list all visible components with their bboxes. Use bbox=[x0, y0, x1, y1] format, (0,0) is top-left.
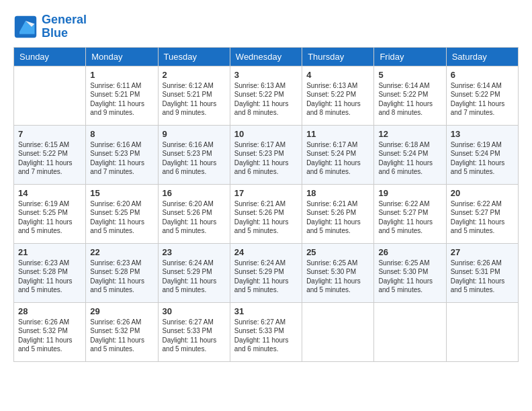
calendar-cell: 22Sunrise: 6:23 AM Sunset: 5:28 PM Dayli… bbox=[86, 243, 158, 302]
calendar-cell: 15Sunrise: 6:20 AM Sunset: 5:25 PM Dayli… bbox=[86, 184, 158, 243]
day-number: 24 bbox=[234, 247, 298, 257]
cell-info: Sunrise: 6:17 AM Sunset: 5:23 PM Dayligh… bbox=[234, 140, 298, 177]
calendar-cell: 4Sunrise: 6:13 AM Sunset: 5:22 PM Daylig… bbox=[302, 66, 374, 125]
cell-info: Sunrise: 6:18 AM Sunset: 5:24 PM Dayligh… bbox=[378, 140, 441, 177]
cell-info: Sunrise: 6:24 AM Sunset: 5:29 PM Dayligh… bbox=[234, 259, 298, 295]
day-number: 16 bbox=[163, 188, 226, 198]
day-number: 4 bbox=[306, 70, 369, 80]
day-number: 21 bbox=[18, 247, 81, 257]
day-number: 2 bbox=[163, 70, 226, 80]
day-number: 5 bbox=[378, 70, 441, 80]
cell-info: Sunrise: 6:26 AM Sunset: 5:32 PM Dayligh… bbox=[18, 318, 81, 354]
day-number: 8 bbox=[90, 129, 153, 139]
cell-info: Sunrise: 6:20 AM Sunset: 5:26 PM Dayligh… bbox=[163, 199, 226, 236]
day-number: 7 bbox=[18, 129, 81, 139]
calendar-cell: 8Sunrise: 6:16 AM Sunset: 5:23 PM Daylig… bbox=[86, 125, 158, 184]
cell-info: Sunrise: 6:11 AM Sunset: 5:21 PM Dayligh… bbox=[90, 81, 153, 118]
calendar-cell: 24Sunrise: 6:24 AM Sunset: 5:29 PM Dayli… bbox=[230, 243, 302, 302]
day-number: 20 bbox=[451, 188, 514, 198]
calendar-cell: 31Sunrise: 6:27 AM Sunset: 5:33 PM Dayli… bbox=[230, 302, 302, 361]
calendar-cell: 1Sunrise: 6:11 AM Sunset: 5:21 PM Daylig… bbox=[86, 66, 158, 125]
day-number: 13 bbox=[451, 129, 514, 139]
calendar-table: SundayMondayTuesdayWednesdayThursdayFrid… bbox=[13, 47, 519, 362]
day-number: 28 bbox=[18, 306, 81, 316]
calendar-cell: 30Sunrise: 6:27 AM Sunset: 5:33 PM Dayli… bbox=[158, 302, 230, 361]
cell-info: Sunrise: 6:15 AM Sunset: 5:22 PM Dayligh… bbox=[18, 140, 81, 177]
day-number: 27 bbox=[451, 247, 514, 257]
cell-info: Sunrise: 6:17 AM Sunset: 5:24 PM Dayligh… bbox=[306, 140, 369, 177]
calendar-cell bbox=[374, 302, 446, 361]
logo-icon bbox=[13, 15, 38, 39]
day-number: 6 bbox=[451, 70, 514, 80]
calendar-cell: 5Sunrise: 6:14 AM Sunset: 5:22 PM Daylig… bbox=[374, 66, 446, 125]
cell-info: Sunrise: 6:26 AM Sunset: 5:31 PM Dayligh… bbox=[451, 259, 514, 295]
logo: General Blue bbox=[13, 13, 87, 40]
day-number: 30 bbox=[163, 306, 226, 316]
cell-info: Sunrise: 6:16 AM Sunset: 5:23 PM Dayligh… bbox=[163, 140, 226, 177]
cell-info: Sunrise: 6:22 AM Sunset: 5:27 PM Dayligh… bbox=[378, 199, 441, 236]
cell-info: Sunrise: 6:13 AM Sunset: 5:22 PM Dayligh… bbox=[234, 81, 298, 118]
cell-info: Sunrise: 6:25 AM Sunset: 5:30 PM Dayligh… bbox=[378, 259, 441, 295]
day-number: 26 bbox=[378, 247, 441, 257]
day-header-saturday: Saturday bbox=[446, 47, 518, 66]
day-number: 19 bbox=[378, 188, 441, 198]
cell-info: Sunrise: 6:21 AM Sunset: 5:26 PM Dayligh… bbox=[234, 199, 298, 236]
day-number: 25 bbox=[306, 247, 369, 257]
calendar-cell: 10Sunrise: 6:17 AM Sunset: 5:23 PM Dayli… bbox=[230, 125, 302, 184]
page-header: General Blue bbox=[13, 13, 519, 40]
calendar-cell: 20Sunrise: 6:22 AM Sunset: 5:27 PM Dayli… bbox=[446, 184, 518, 243]
cell-info: Sunrise: 6:19 AM Sunset: 5:25 PM Dayligh… bbox=[18, 199, 81, 236]
day-number: 31 bbox=[234, 306, 298, 316]
cell-info: Sunrise: 6:16 AM Sunset: 5:23 PM Dayligh… bbox=[90, 140, 153, 177]
calendar-cell: 14Sunrise: 6:19 AM Sunset: 5:25 PM Dayli… bbox=[14, 184, 86, 243]
week-row-2: 7Sunrise: 6:15 AM Sunset: 5:22 PM Daylig… bbox=[14, 125, 519, 184]
calendar-cell: 25Sunrise: 6:25 AM Sunset: 5:30 PM Dayli… bbox=[302, 243, 374, 302]
cell-info: Sunrise: 6:22 AM Sunset: 5:27 PM Dayligh… bbox=[451, 199, 514, 236]
calendar-cell bbox=[302, 302, 374, 361]
day-number: 9 bbox=[163, 129, 226, 139]
calendar-cell: 12Sunrise: 6:18 AM Sunset: 5:24 PM Dayli… bbox=[374, 125, 446, 184]
week-row-5: 28Sunrise: 6:26 AM Sunset: 5:32 PM Dayli… bbox=[14, 302, 519, 361]
calendar-cell: 26Sunrise: 6:25 AM Sunset: 5:30 PM Dayli… bbox=[374, 243, 446, 302]
day-number: 22 bbox=[90, 247, 153, 257]
cell-info: Sunrise: 6:13 AM Sunset: 5:22 PM Dayligh… bbox=[306, 81, 369, 118]
day-header-monday: Monday bbox=[86, 47, 158, 66]
calendar-cell: 11Sunrise: 6:17 AM Sunset: 5:24 PM Dayli… bbox=[302, 125, 374, 184]
calendar-cell: 9Sunrise: 6:16 AM Sunset: 5:23 PM Daylig… bbox=[158, 125, 230, 184]
calendar-cell: 6Sunrise: 6:14 AM Sunset: 5:22 PM Daylig… bbox=[446, 66, 518, 125]
day-number: 15 bbox=[90, 188, 153, 198]
calendar-cell: 21Sunrise: 6:23 AM Sunset: 5:28 PM Dayli… bbox=[14, 243, 86, 302]
day-number: 10 bbox=[234, 129, 298, 139]
header-row: SundayMondayTuesdayWednesdayThursdayFrid… bbox=[14, 47, 519, 66]
cell-info: Sunrise: 6:19 AM Sunset: 5:24 PM Dayligh… bbox=[451, 140, 514, 177]
cell-info: Sunrise: 6:26 AM Sunset: 5:32 PM Dayligh… bbox=[90, 318, 153, 354]
cell-info: Sunrise: 6:25 AM Sunset: 5:30 PM Dayligh… bbox=[306, 259, 369, 295]
day-number: 14 bbox=[18, 188, 81, 198]
day-number: 12 bbox=[378, 129, 441, 139]
week-row-4: 21Sunrise: 6:23 AM Sunset: 5:28 PM Dayli… bbox=[14, 243, 519, 302]
day-number: 23 bbox=[163, 247, 226, 257]
cell-info: Sunrise: 6:27 AM Sunset: 5:33 PM Dayligh… bbox=[163, 318, 226, 354]
calendar-cell: 28Sunrise: 6:26 AM Sunset: 5:32 PM Dayli… bbox=[14, 302, 86, 361]
day-header-tuesday: Tuesday bbox=[158, 47, 230, 66]
cell-info: Sunrise: 6:14 AM Sunset: 5:22 PM Dayligh… bbox=[451, 81, 514, 118]
day-number: 17 bbox=[234, 188, 298, 198]
day-number: 1 bbox=[90, 70, 153, 80]
week-row-3: 14Sunrise: 6:19 AM Sunset: 5:25 PM Dayli… bbox=[14, 184, 519, 243]
calendar-cell: 19Sunrise: 6:22 AM Sunset: 5:27 PM Dayli… bbox=[374, 184, 446, 243]
cell-info: Sunrise: 6:23 AM Sunset: 5:28 PM Dayligh… bbox=[90, 259, 153, 295]
calendar-cell: 3Sunrise: 6:13 AM Sunset: 5:22 PM Daylig… bbox=[230, 66, 302, 125]
calendar-cell: 16Sunrise: 6:20 AM Sunset: 5:26 PM Dayli… bbox=[158, 184, 230, 243]
calendar-cell: 29Sunrise: 6:26 AM Sunset: 5:32 PM Dayli… bbox=[86, 302, 158, 361]
cell-info: Sunrise: 6:24 AM Sunset: 5:29 PM Dayligh… bbox=[163, 259, 226, 295]
day-number: 3 bbox=[234, 70, 298, 80]
calendar-cell bbox=[14, 66, 86, 125]
calendar-cell: 2Sunrise: 6:12 AM Sunset: 5:21 PM Daylig… bbox=[158, 66, 230, 125]
day-header-friday: Friday bbox=[374, 47, 446, 66]
day-header-thursday: Thursday bbox=[302, 47, 374, 66]
calendar-cell: 27Sunrise: 6:26 AM Sunset: 5:31 PM Dayli… bbox=[446, 243, 518, 302]
day-number: 18 bbox=[306, 188, 369, 198]
week-row-1: 1Sunrise: 6:11 AM Sunset: 5:21 PM Daylig… bbox=[14, 66, 519, 125]
day-number: 11 bbox=[306, 129, 369, 139]
calendar-cell: 23Sunrise: 6:24 AM Sunset: 5:29 PM Dayli… bbox=[158, 243, 230, 302]
